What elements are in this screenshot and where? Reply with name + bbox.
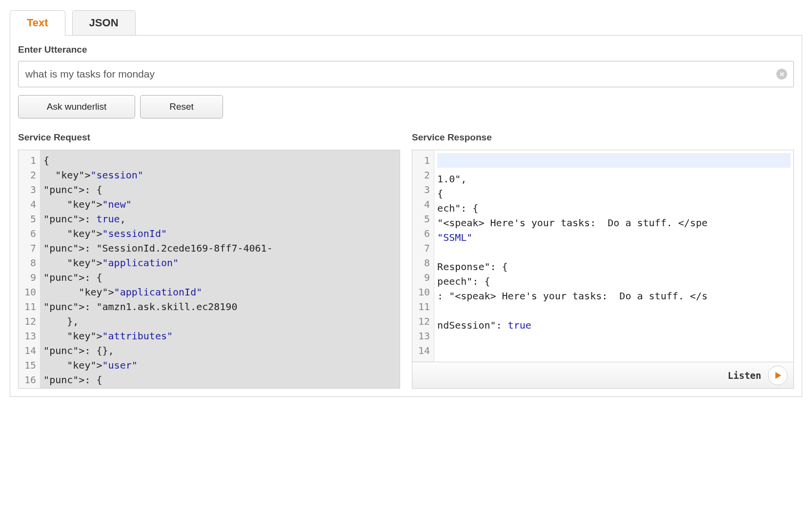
utterance-input-wrap bbox=[18, 61, 794, 87]
request-header: Service Request bbox=[18, 132, 400, 143]
request-code[interactable]: { "key">"session""punc">: { "key">"new""… bbox=[41, 150, 400, 388]
columns: Service Request 1 2 3 4 5 6 7 8 9 10 11 … bbox=[18, 132, 794, 389]
panel: Enter Utterance Ask wunderlist Reset Ser… bbox=[10, 35, 802, 397]
utterance-input[interactable] bbox=[18, 61, 794, 87]
reset-button[interactable]: Reset bbox=[140, 95, 223, 118]
response-header: Service Response bbox=[412, 132, 794, 143]
response-column: Service Response 1 2 3 4 5 6 7 8 9 10 11… bbox=[412, 132, 794, 389]
clear-icon[interactable] bbox=[776, 69, 787, 79]
tab-text[interactable]: Text bbox=[10, 10, 65, 36]
response-editor[interactable]: 1 2 3 4 5 6 7 8 9 10 11 12 13 14 1.0",{e… bbox=[412, 150, 794, 389]
response-gutter: 1 2 3 4 5 6 7 8 9 10 11 12 13 14 bbox=[412, 150, 434, 388]
utterance-label: Enter Utterance bbox=[18, 44, 794, 55]
listen-bar: Listen bbox=[412, 362, 793, 388]
svg-marker-0 bbox=[775, 372, 781, 379]
button-row: Ask wunderlist Reset bbox=[18, 95, 794, 118]
listen-label: Listen bbox=[728, 370, 761, 381]
play-icon bbox=[774, 372, 782, 379]
request-editor[interactable]: 1 2 3 4 5 6 7 8 9 10 11 12 13 14 15 16 {… bbox=[18, 150, 400, 389]
request-column: Service Request 1 2 3 4 5 6 7 8 9 10 11 … bbox=[18, 132, 400, 389]
tab-json[interactable]: JSON bbox=[72, 10, 136, 36]
tabs: Text JSON bbox=[10, 10, 802, 35]
play-button[interactable] bbox=[768, 366, 788, 385]
response-code[interactable]: 1.0",{ech": {"<speak> Here's your tasks:… bbox=[434, 150, 793, 388]
request-gutter: 1 2 3 4 5 6 7 8 9 10 11 12 13 14 15 16 bbox=[19, 150, 41, 388]
ask-button[interactable]: Ask wunderlist bbox=[18, 95, 135, 118]
